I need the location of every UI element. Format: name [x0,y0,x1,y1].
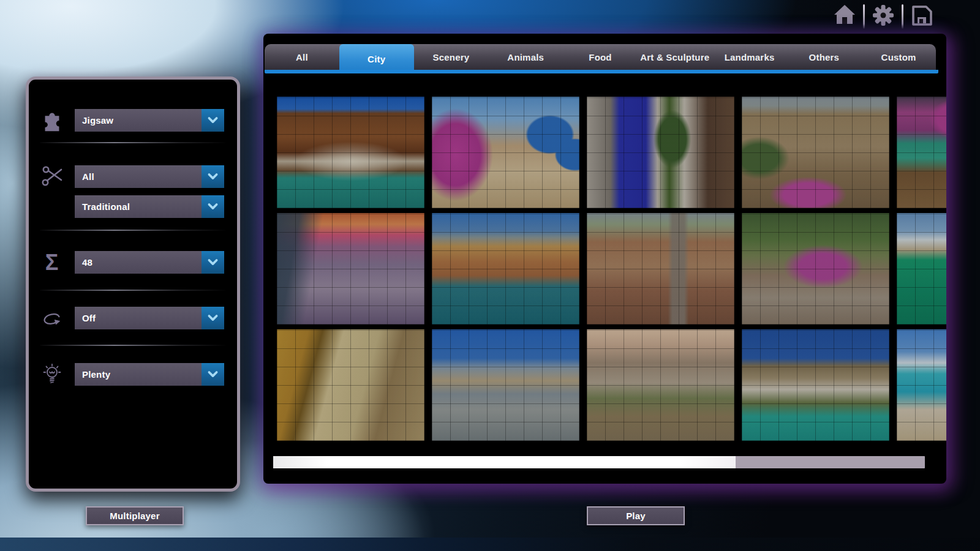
puzzle-thumbnail[interactable] [587,97,734,208]
chevron-down-icon[interactable] [202,363,224,386]
scrollbar-thumb[interactable] [273,456,736,468]
puzzle-piece-icon [29,108,75,133]
puzzle-thumbnail[interactable] [432,213,579,324]
system-toolbar [832,3,935,30]
rotation-value: Off [75,313,202,323]
tab-all[interactable]: All [265,44,339,70]
cut-category-row: All [29,165,237,188]
puzzle-thumbnail[interactable] [587,213,734,324]
toolbar-separator [863,4,865,29]
hints-row: Plenty [29,363,237,386]
puzzle-thumbnail[interactable] [277,329,424,441]
hints-dropdown[interactable]: Plenty [75,363,224,386]
puzzle-thumbnail[interactable] [587,329,734,441]
tab-underline [265,70,938,73]
rotation-row: Off [29,307,237,329]
puzzle-type-dropdown[interactable]: Jigsaw [75,109,224,132]
puzzle-thumbnail[interactable] [742,213,889,324]
puzzle-thumbnail[interactable] [432,97,579,208]
puzzle-type-value: Jigsaw [75,115,202,126]
tab-scenery[interactable]: Scenery [414,44,489,70]
piece-count-value: 48 [75,257,202,268]
puzzle-thumbnail[interactable] [277,97,424,208]
multiplayer-button[interactable]: Multiplayer [86,506,184,525]
gallery-scrollbar[interactable] [273,456,925,468]
tab-custom[interactable]: Custom [861,44,936,70]
save-button[interactable] [909,3,935,30]
puzzle-type-row: Jigsaw [29,109,237,132]
chevron-down-icon[interactable] [202,251,224,274]
puzzle-thumbnail[interactable] [897,329,946,441]
chevron-down-icon[interactable] [202,195,224,218]
toolbar-separator [902,4,903,29]
home-icon [832,3,857,30]
home-button[interactable] [832,3,858,30]
tab-landmarks[interactable]: Landmarks [712,44,787,70]
hint-bulb-icon [29,362,75,387]
puzzle-gallery-panel: All City Scenery Animals Food Art & Scul… [263,34,946,484]
play-button[interactable]: Play [587,506,685,525]
puzzle-thumbnail[interactable] [742,97,889,208]
thumbnail-grid [277,97,946,441]
puzzle-thumbnail[interactable] [432,329,579,441]
puzzle-settings-panel: Jigsaw All Traditional [26,77,240,492]
cut-category-value: All [75,171,202,182]
rotation-dropdown[interactable]: Off [75,307,224,329]
chevron-down-icon[interactable] [202,307,224,329]
tab-art-sculpture[interactable]: Art & Sculpture [638,44,712,70]
category-tabbar: All City Scenery Animals Food Art & Scul… [265,44,936,70]
tab-food[interactable]: Food [563,44,638,70]
puzzle-thumbnail[interactable] [277,213,424,324]
background-bottom-strip [0,538,980,551]
separator [40,345,226,346]
puzzle-thumbnail[interactable] [897,213,946,324]
scissors-icon [29,165,75,189]
separator [40,142,226,143]
cut-style-dropdown[interactable]: Traditional [75,195,224,218]
separator [40,230,226,231]
save-icon [910,3,934,30]
sigma-count-icon: Σ [29,252,75,274]
piece-count-dropdown[interactable]: 48 [75,251,224,274]
puzzle-thumbnail[interactable] [742,329,889,441]
hints-value: Plenty [75,369,202,380]
puzzle-thumbnail[interactable] [897,97,946,208]
settings-button[interactable] [870,3,896,30]
separator [40,290,226,291]
cut-style-row: Traditional [29,195,237,218]
settings-gear-icon [871,3,895,30]
cut-category-dropdown[interactable]: All [75,165,224,188]
chevron-down-icon[interactable] [202,109,224,132]
piece-count-row: Σ 48 [29,251,237,274]
cut-style-value: Traditional [75,201,202,212]
rotation-icon [29,307,75,330]
tab-animals[interactable]: Animals [488,44,563,70]
tab-city[interactable]: City [339,44,414,73]
chevron-down-icon[interactable] [202,165,224,188]
tab-others[interactable]: Others [786,44,861,70]
